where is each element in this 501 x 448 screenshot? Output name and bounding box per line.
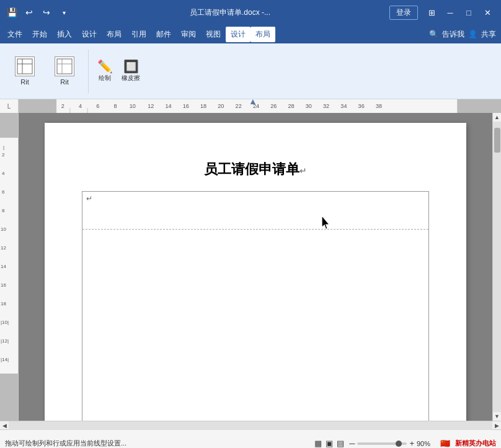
zoom-level: 90% xyxy=(417,440,430,447)
corner-box[interactable]: L xyxy=(0,99,19,113)
scroll-thumb[interactable] xyxy=(494,128,500,153)
menu-view[interactable]: 视图 xyxy=(201,27,226,42)
svg-text:|: | xyxy=(3,145,4,150)
scroll-down-arrow[interactable]: ▼ xyxy=(493,412,502,421)
ribbon-btn-draw[interactable]: ✏️ 绘制 xyxy=(94,58,116,84)
zoom-slider[interactable] xyxy=(357,442,407,445)
main-area: | 2 4 6 8 10 12 14 16 18 |10| |12| |14| … xyxy=(0,113,501,421)
table-divider xyxy=(82,229,428,230)
win-controls: ⊞ ─ □ ✕ xyxy=(423,4,496,21)
svg-text:28: 28 xyxy=(288,103,294,109)
scroll-track[interactable] xyxy=(493,122,502,412)
layout-icon-1[interactable]: ▦ xyxy=(314,439,322,448)
svg-rect-32 xyxy=(0,113,19,138)
group-icon[interactable]: ⊞ xyxy=(423,4,440,21)
svg-text:22: 22 xyxy=(236,103,242,109)
save-icon[interactable]: 💾 xyxy=(5,6,19,19)
zoom-thumb[interactable] xyxy=(396,441,402,447)
return-arrow-icon: ↵ xyxy=(86,194,92,203)
svg-rect-34 xyxy=(0,374,19,421)
menu-design[interactable]: 设计 xyxy=(77,27,102,42)
svg-text:4: 4 xyxy=(79,103,82,109)
menu-design2[interactable]: 设计 xyxy=(226,27,250,42)
svg-rect-0 xyxy=(17,59,32,74)
menu-review[interactable]: 审阅 xyxy=(176,27,201,42)
search-icon: 🔍 xyxy=(429,30,438,38)
corner-symbol: L xyxy=(7,103,11,110)
draw-icon: ✏️ xyxy=(97,60,113,73)
layout-icon-3[interactable]: ▤ xyxy=(337,439,344,448)
close-button[interactable]: ✕ xyxy=(479,4,496,21)
svg-text:30: 30 xyxy=(306,103,312,109)
menu-file[interactable]: 文件 xyxy=(2,27,27,42)
title-bar-icons: 💾 ↩ ↪ ▾ xyxy=(5,6,71,19)
svg-text:6: 6 xyxy=(2,189,5,195)
zoom-minus-icon[interactable]: ─ xyxy=(349,439,355,448)
svg-rect-6 xyxy=(19,99,56,113)
h-scroll-track[interactable] xyxy=(9,421,492,430)
scroll-up-arrow[interactable]: ▲ xyxy=(493,113,502,122)
svg-rect-3 xyxy=(57,59,72,74)
horizontal-ruler: 2 4 6 8 10 12 14 16 18 20 22 24 26 28 30… xyxy=(19,99,501,113)
ribbon: Rit Rit ✏️ 绘制 🔲 橡皮擦 xyxy=(0,43,501,99)
vertical-ruler: | 2 4 6 8 10 12 14 16 18 |10| |12| |14| xyxy=(0,113,19,421)
menu-home[interactable]: 开始 xyxy=(27,27,52,42)
customize-icon[interactable]: ▾ xyxy=(57,6,71,19)
svg-text:14: 14 xyxy=(165,103,171,109)
document-page: 员工请假申请单↵ ↵ xyxy=(45,123,466,421)
h-scroll-right[interactable]: ▶ xyxy=(492,421,501,430)
svg-text:2: 2 xyxy=(2,152,5,158)
undo-icon[interactable]: ↩ xyxy=(22,6,36,19)
rit-label-1: Rit xyxy=(20,78,29,86)
svg-text:26: 26 xyxy=(270,103,277,109)
share-label[interactable]: 共享 xyxy=(481,29,496,40)
brand-logo: 新精英办电站 xyxy=(455,439,496,448)
svg-rect-8 xyxy=(457,99,501,113)
rit-icon-1 xyxy=(15,56,35,76)
restore-button[interactable]: □ xyxy=(460,4,477,21)
menu-insert[interactable]: 插入 xyxy=(52,27,77,42)
eraser-icon: 🔲 xyxy=(123,60,139,73)
svg-text:20: 20 xyxy=(218,103,224,109)
svg-text:8: 8 xyxy=(114,103,117,109)
svg-marker-48 xyxy=(319,216,328,226)
status-right: 🇨🇳 新精英办电站 xyxy=(440,439,496,448)
vertical-scrollbar[interactable]: ▲ ▼ xyxy=(492,113,501,421)
login-button[interactable]: 登录 xyxy=(389,6,418,20)
svg-text:|14|: |14| xyxy=(1,357,9,362)
user-icon: 👤 xyxy=(468,30,477,38)
ribbon-tab-2[interactable]: Rit xyxy=(46,47,83,96)
layout-icon-2[interactable]: ▣ xyxy=(326,439,333,448)
svg-text:34: 34 xyxy=(340,103,347,109)
document-table[interactable]: ↵ xyxy=(82,191,429,421)
zoom-plus-icon[interactable]: + xyxy=(409,439,414,448)
svg-text:|10|: |10| xyxy=(1,320,9,325)
redo-icon[interactable]: ↪ xyxy=(40,6,53,19)
menu-mailings[interactable]: 邮件 xyxy=(151,27,176,42)
h-scroll-left[interactable]: ◀ xyxy=(0,421,9,430)
ribbon-tab-1[interactable]: Rit xyxy=(6,47,43,96)
svg-text:14: 14 xyxy=(1,264,6,269)
svg-text:8: 8 xyxy=(2,208,5,213)
menu-bar: 文件 开始 插入 设计 布局 引用 邮件 审阅 视图 设计 布局 🔍 告诉我 👤… xyxy=(0,25,501,43)
svg-text:6: 6 xyxy=(96,103,99,109)
tell-me-label[interactable]: 告诉我 xyxy=(442,29,464,40)
svg-text:36: 36 xyxy=(358,103,365,109)
svg-line-49 xyxy=(325,224,327,229)
rit-icon-2 xyxy=(55,56,74,76)
ribbon-btn-eraser[interactable]: 🔲 橡皮擦 xyxy=(118,58,143,84)
svg-text:10: 10 xyxy=(1,226,6,232)
status-text: 拖动可绘制列和行或应用当前线型设置... xyxy=(5,439,126,448)
minimize-button[interactable]: ─ xyxy=(441,4,459,21)
china-flag-icon: 🇨🇳 xyxy=(440,439,450,448)
menu-layout2[interactable]: 布局 xyxy=(250,27,275,42)
svg-text:16: 16 xyxy=(183,103,189,109)
menu-references[interactable]: 引用 xyxy=(126,27,151,42)
table-inner[interactable] xyxy=(82,192,428,421)
svg-text:18: 18 xyxy=(200,103,206,109)
horizontal-scrollbar[interactable]: ◀ ▶ xyxy=(0,421,501,429)
svg-text:2: 2 xyxy=(61,103,64,109)
document-area[interactable]: 员工请假申请单↵ ↵ xyxy=(19,113,492,421)
menu-layout[interactable]: 布局 xyxy=(102,27,126,42)
title-text: 员工请假申请单.docx -... xyxy=(71,7,389,18)
